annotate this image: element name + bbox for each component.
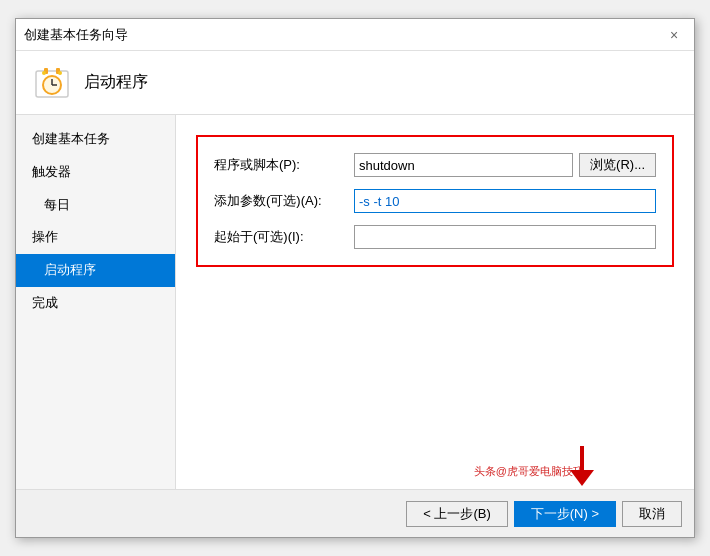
arrow-down-icon	[566, 442, 598, 486]
startdir-input[interactable]	[354, 225, 656, 249]
title-bar: 创建基本任务向导 ×	[16, 19, 694, 51]
program-label: 程序或脚本(P):	[214, 156, 354, 174]
header-title: 启动程序	[84, 72, 148, 93]
startdir-row: 起始于(可选)(I):	[214, 225, 656, 249]
startdir-label: 起始于(可选)(I):	[214, 228, 354, 246]
sidebar: 创建基本任务 触发器 每日 操作 启动程序 完成	[16, 115, 176, 489]
cancel-button[interactable]: 取消	[622, 501, 682, 527]
header-icon	[32, 63, 72, 103]
sidebar-item-start-program[interactable]: 启动程序	[16, 254, 175, 287]
svg-marker-9	[570, 470, 594, 486]
program-input[interactable]	[354, 153, 573, 177]
footer: < 上一步(B) 下一步(N) > 取消 头条@虎哥爱电脑技巧	[16, 489, 694, 537]
close-button[interactable]: ×	[662, 23, 686, 47]
svg-point-6	[42, 71, 46, 75]
form-box: 程序或脚本(P): 浏览(R)... 添加参数(可选)(A): 起始于(可选)(…	[196, 135, 674, 267]
content-area: 创建基本任务 触发器 每日 操作 启动程序 完成 程序或脚本(P): 浏览(R)…	[16, 115, 694, 489]
sidebar-item-daily[interactable]: 每日	[16, 189, 175, 222]
back-button[interactable]: < 上一步(B)	[406, 501, 508, 527]
header-section: 启动程序	[16, 51, 694, 115]
svg-point-7	[58, 71, 62, 75]
title-bar-left: 创建基本任务向导	[24, 26, 128, 44]
next-button[interactable]: 下一步(N) >	[514, 501, 616, 527]
main-panel: 程序或脚本(P): 浏览(R)... 添加参数(可选)(A): 起始于(可选)(…	[176, 115, 694, 489]
sidebar-item-finish[interactable]: 完成	[16, 287, 175, 320]
program-row: 程序或脚本(P): 浏览(R)...	[214, 153, 656, 177]
program-input-group: 浏览(R)...	[354, 153, 656, 177]
main-dialog: 创建基本任务向导 × 启动程序 创建基本任务 触发器 每日 操作 启动程序 完成	[15, 18, 695, 538]
args-input[interactable]	[354, 189, 656, 213]
arrow-container	[566, 442, 598, 489]
sidebar-item-action[interactable]: 操作	[16, 221, 175, 254]
dialog-title: 创建基本任务向导	[24, 26, 128, 44]
args-row: 添加参数(可选)(A):	[214, 189, 656, 213]
browse-button[interactable]: 浏览(R)...	[579, 153, 656, 177]
sidebar-item-create-task[interactable]: 创建基本任务	[16, 123, 175, 156]
args-label: 添加参数(可选)(A):	[214, 192, 354, 210]
sidebar-item-trigger[interactable]: 触发器	[16, 156, 175, 189]
